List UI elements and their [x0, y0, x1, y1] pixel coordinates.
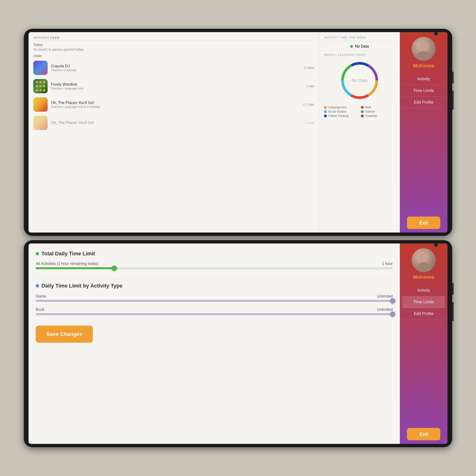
feed-item-4: Oh, The Places You'll Go! < 1 min — [33, 114, 314, 132]
volume-button-bottom[interactable] — [452, 302, 454, 321]
book-slider-fill — [36, 313, 393, 315]
feed-time-4: < 1 min — [303, 121, 314, 125]
donut-chart: No Data — [338, 59, 381, 102]
all-activities-value: 1 hour — [382, 262, 393, 266]
book-label: Book — [36, 307, 44, 312]
feed-subtitle-2: Teaches Language Arts — [51, 87, 303, 90]
legend-item-la: Language Arts — [324, 106, 358, 109]
top-tablet: ACTIVITY FEED Today No books or games op… — [24, 29, 452, 236]
legend-dot-sci — [361, 110, 364, 113]
save-changes-button[interactable]: Save Changes — [36, 325, 93, 343]
game-row: Game Unlimited — [36, 294, 393, 298]
book-slider-container — [36, 313, 393, 315]
feed-subtitle-3: Teaches Language Arts & Creativity — [51, 105, 300, 108]
bottom-sidebar: McKenna Activity Time Limits Edit Profil… — [400, 243, 447, 444]
user-name-bottom: McKenna — [413, 274, 434, 280]
total-daily-section: Total Daily Time Limit — [36, 251, 393, 257]
feed-info-2: Frosty Wordlink Teaches Language Arts — [51, 82, 303, 90]
legend-item-cr: Creativity — [361, 114, 395, 118]
game-slider-thumb[interactable] — [390, 298, 395, 304]
feed-info-4: Oh, The Places You'll Go! — [51, 121, 300, 125]
volume-button[interactable] — [452, 91, 454, 110]
game-slider-track[interactable] — [36, 300, 393, 302]
sidebar-nav-top: Activity Time Limits Edit Profile — [402, 73, 445, 214]
all-activities-slider-thumb[interactable] — [112, 266, 117, 271]
no-data-label: No Data — [355, 44, 369, 49]
feed-section-header: ACTIVITY FEED — [33, 36, 314, 41]
avatar — [412, 37, 436, 61]
feed-title-3: Oh, The Places You'll Go! — [51, 101, 300, 105]
headphone-jack — [434, 32, 438, 35]
book-slider-track[interactable] — [36, 313, 393, 315]
feed-time-2: 1 min — [306, 84, 314, 88]
legend-label-sci: Science — [365, 110, 375, 113]
sidebar-item-activity-bottom[interactable]: Activity — [402, 285, 445, 296]
power-button[interactable] — [452, 72, 454, 84]
game-label: Game — [36, 294, 46, 298]
book-value: Unlimited — [377, 307, 393, 312]
sidebar-item-editprofile[interactable]: Edit Profile — [402, 97, 445, 108]
top-sidebar: McKenna Activity Time Limits Edit Profil… — [400, 32, 447, 233]
chart-area: ACTIVITY TIME THIS WEEK No Data WEEKLY L… — [319, 32, 400, 233]
feed-icon-places — [33, 97, 48, 112]
power-button-bottom[interactable] — [452, 283, 454, 295]
feed-time-3: < 1 min — [303, 102, 314, 106]
sidebar-item-activity[interactable]: Activity — [402, 73, 445, 85]
top-tablet-screen: ACTIVITY FEED Today No books or games op… — [29, 32, 447, 233]
feed-item-1: Crayola DJ Teaches Creativity 9 mins — [33, 59, 314, 77]
daily-by-type-title: Daily Time Limit by Activity Type — [41, 283, 122, 289]
sidebar-item-timelimits-bottom[interactable]: Time Limits — [402, 296, 445, 308]
game-slider-fill — [36, 300, 393, 302]
game-value: Unlimited — [377, 294, 393, 298]
exit-button-top[interactable]: Exit — [407, 217, 440, 229]
feed-icon-places-2 — [33, 116, 48, 130]
feed-area: ACTIVITY FEED Today No books or games op… — [29, 32, 319, 233]
no-data-row: No Data — [350, 44, 369, 49]
all-activities-slider-track[interactable] — [36, 267, 393, 269]
avatar-bottom — [412, 248, 436, 272]
feed-title-4: Oh, The Places You'll Go! — [51, 121, 300, 125]
book-slider-thumb[interactable] — [390, 311, 395, 317]
total-daily-indicator — [36, 252, 39, 255]
sidebar-item-editprofile-bottom[interactable]: Edit Profile — [402, 308, 445, 320]
feed-subtitle-1: Teaches Creativity — [51, 68, 301, 72]
sidebar-item-timelimits[interactable]: Time Limits — [402, 85, 445, 97]
legend-label-math: Math — [365, 106, 372, 109]
feed-title-2: Frosty Wordlink — [51, 82, 303, 87]
no-data-message: No books or games opened today. — [33, 48, 314, 51]
daily-by-type-section: Daily Time Limit by Activity Type — [36, 283, 393, 289]
avatar-head — [419, 41, 428, 51]
weekly-chart-header: WEEKLY LEARNING CHART — [324, 53, 395, 57]
feed-item-2: Frosty Wordlink Teaches Language Arts 1 … — [33, 77, 314, 95]
feed-item-3: Oh, The Places You'll Go! Teaches Langua… — [33, 95, 314, 114]
total-daily-title: Total Daily Time Limit — [41, 251, 95, 257]
activity-time-header: ACTIVITY TIME THIS WEEK — [324, 36, 395, 41]
all-activities-slider-fill — [36, 267, 114, 269]
feed-info-1: Crayola DJ Teaches Creativity — [51, 64, 301, 72]
legend-dot-ss — [324, 110, 327, 113]
game-slider-container — [36, 300, 393, 302]
feed-info-3: Oh, The Places You'll Go! Teaches Langua… — [51, 101, 300, 108]
legend-dot-cr — [361, 115, 364, 117]
legend-dot-math — [361, 106, 364, 109]
user-name-top: McKenna — [413, 63, 434, 68]
exit-button-bottom[interactable]: Exit — [407, 428, 440, 440]
legend-label-ss: Social Studies — [328, 110, 346, 113]
feed-time-1: 9 mins — [305, 66, 314, 70]
avatar-image — [412, 37, 436, 61]
feed-icon-crayola — [33, 61, 48, 75]
legend-item-sci: Science — [361, 110, 395, 113]
avatar-image-bottom — [412, 248, 436, 272]
page-wrapper: ACTIVITY FEED Today No books or games op… — [0, 0, 476, 476]
feed-icon-frosty — [33, 79, 48, 93]
legend-label-la: Language Arts — [328, 106, 346, 109]
legend-item-math: Math — [361, 106, 395, 109]
avatar-body-bottom — [415, 262, 432, 272]
legend-dot-la — [324, 106, 327, 109]
legend-label-cr: Creativity — [365, 114, 377, 118]
today-label: Today — [33, 43, 314, 47]
feed-title-1: Crayola DJ — [51, 64, 301, 68]
book-row: Book Unlimited — [36, 307, 393, 312]
top-screen-content: ACTIVITY FEED Today No books or games op… — [29, 32, 400, 233]
green-indicator-dot — [350, 45, 353, 48]
